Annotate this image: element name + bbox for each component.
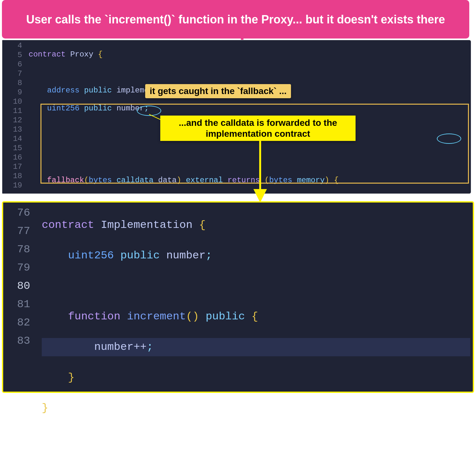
code-line-current: number++; [42, 338, 470, 356]
code-line [29, 68, 468, 77]
code-line [29, 158, 468, 167]
annotation-fallback: it gets caught in the `fallback` ... [145, 84, 291, 98]
code-editor-implementation: 7677787980818283 contract Implementation… [2, 201, 474, 393]
code-line [42, 429, 470, 448]
code-body-bottom: contract Implementation { uint256 public… [36, 203, 473, 392]
code-line [29, 140, 468, 149]
code-line: contract Proxy { [29, 50, 468, 59]
code-line: } [42, 368, 470, 387]
code-line: contract Implementation { [42, 216, 470, 234]
annotation-calldata: ...and the calldata is forwarded to the … [160, 116, 356, 141]
annotation-fallback-text: it gets caught in the `fallback` ... [150, 86, 286, 96]
banner: User calls the `increment()` function in… [2, 0, 469, 39]
code-line: } [42, 399, 470, 417]
code-line: fallback(bytes calldata data) external r… [29, 176, 468, 185]
gutter-top: 45678910111213141516171819 [2, 40, 26, 194]
code-line [42, 277, 470, 295]
banner-text: User calls the `increment()` function in… [26, 12, 445, 27]
gutter-bottom: 7677787980818283 [3, 203, 36, 392]
code-line: uint256 public number; [29, 104, 468, 113]
code-line: uint256 public number; [42, 247, 470, 265]
annotation-calldata-text: ...and the calldata is forwarded to the … [179, 118, 337, 139]
code-line: function increment() public { [42, 307, 470, 326]
